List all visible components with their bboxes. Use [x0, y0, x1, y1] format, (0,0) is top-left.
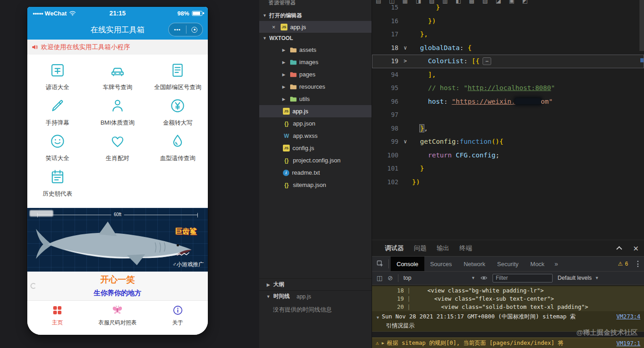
editor-line-100[interactable]: 100 return CFG.config; [372, 149, 644, 162]
editor-line-99[interactable]: 99∨ getConfig:function(){ [372, 135, 644, 149]
editor-line-101[interactable]: 101 } [372, 162, 644, 176]
joke-title-link[interactable]: 生你养你的地方 [27, 289, 208, 298]
tree-item-assets[interactable]: ▶assets [259, 44, 372, 56]
editor-line-17[interactable]: 17 }, [372, 28, 644, 41]
open-editor-item[interactable]: × JS app.js [259, 21, 372, 33]
close-panel-icon[interactable]: × [633, 244, 639, 253]
json-file-icon: {} [283, 120, 290, 127]
target-icon [191, 27, 197, 33]
tree-item-utils[interactable]: ▶utils [259, 93, 372, 105]
exit-minibar-button[interactable] [186, 27, 202, 33]
editor-line-102[interactable]: 102}) [372, 176, 644, 189]
fold-down-icon[interactable]: ∨ [398, 41, 412, 55]
project-section-header[interactable]: ▼ WXTOOL [259, 33, 372, 44]
line-number: 98 [372, 122, 398, 136]
folded-region-badge[interactable]: ⋯ [483, 57, 491, 65]
source-link[interactable]: VM273:4 [612, 313, 640, 320]
wxss-file-icon: W [283, 132, 290, 140]
warning-message: 根据 sitemap 的规则[0], 当前页面 [pages/index/ind… [387, 339, 564, 347]
more-tabs-icon[interactable]: » [550, 260, 562, 267]
tabbar-item-moth[interactable]: 衣服尺码对照表 [87, 305, 147, 335]
tree-item-config.js[interactable]: JSconfig.js [259, 142, 372, 154]
log-levels-selector[interactable]: Default levels ▼ [558, 275, 599, 281]
tabbar-item-info[interactable]: 关于 [148, 305, 208, 335]
code-editor[interactable]: ▤◫▦◨▧▥◧▩▨◪▣◩ 15 }16 })17 },18∨ globalDat… [372, 0, 644, 240]
fold-right-icon[interactable]: > [398, 55, 412, 68]
wechat-capsule[interactable]: ••• [168, 23, 203, 36]
context-selector[interactable]: top ▼ [403, 275, 475, 281]
tree-item-resources[interactable]: ▶resources [259, 81, 372, 93]
collapse-panel-icon[interactable] [616, 246, 622, 252]
chevron-right-icon: ▶ [281, 97, 287, 101]
tool-item-yen[interactable]: 金额转大写 [148, 97, 208, 133]
moth-icon [112, 305, 123, 317]
console-filter-input[interactable] [493, 274, 553, 282]
devtools-tab-mock[interactable]: Mock [524, 257, 550, 271]
open-editors-section[interactable]: ▼ 打开的编辑器 [259, 10, 372, 21]
devtools-tab-security[interactable]: Security [491, 257, 524, 271]
editor-line-96[interactable]: 96 host: "https://weixin.om" [372, 95, 644, 109]
tree-item-sitemap.json[interactable]: {}sitemap.json [259, 179, 372, 191]
warning-counter[interactable]: ⚠ 6 [618, 261, 632, 267]
tree-item-images[interactable]: ▶images [259, 56, 372, 68]
expand-triangle-icon[interactable]: ▼ [377, 314, 379, 322]
tool-item-proverb[interactable]: 谚语大全 [27, 62, 87, 97]
tool-item-smile[interactable]: 笑话大全 [27, 133, 87, 168]
outline-section-header[interactable]: ▶ 大纲 [259, 278, 372, 290]
editor-line-95[interactable]: 95 // host: "http://localhost:8080" [372, 81, 644, 95]
folder-icon [289, 71, 297, 78]
tool-item-heart[interactable]: 生肖配对 [87, 133, 147, 168]
editor-lines[interactable]: 15 }16 })17 },18∨ globalData: {19> Color… [372, 1, 644, 189]
devtools-tab-sources[interactable]: Sources [424, 257, 458, 271]
devtools-tab-network[interactable]: Network [458, 257, 491, 271]
close-editor-icon[interactable]: × [272, 24, 278, 30]
tree-item-readme.txt[interactable]: ireadme.txt [259, 166, 372, 179]
tool-item-drop[interactable]: 血型遗传查询 [148, 133, 208, 168]
devtools-menu-icon[interactable] [632, 261, 644, 267]
clear-console-icon[interactable]: ⊘ [387, 275, 393, 281]
tool-label: 谚语大全 [45, 83, 69, 91]
loading-spinner-icon [30, 283, 36, 289]
editor-line-15[interactable]: 15 } [372, 1, 644, 15]
editor-line-18[interactable]: 18∨ globalData: { [372, 41, 644, 55]
tool-item-person[interactable]: BMI体质查询 [87, 97, 147, 133]
tree-item-pages[interactable]: ▶pages [259, 68, 372, 81]
inspect-element-icon[interactable] [372, 260, 388, 267]
console-sidebar-icon[interactable]: ◫ [377, 275, 382, 281]
tool-item-car[interactable]: 车牌号查询 [87, 62, 147, 97]
fold-down-icon[interactable]: ∨ [398, 135, 412, 149]
more-menu-icon[interactable]: ••• [169, 23, 186, 36]
source-link[interactable]: VM197:1 [612, 340, 640, 347]
tree-item-project.config.json[interactable]: {}project.config.json [259, 154, 372, 166]
editor-line-16[interactable]: 16 }) [372, 15, 644, 28]
tool-item-doc[interactable]: 全国邮编区号查询 [148, 62, 208, 97]
tree-item-app.js[interactable]: JSapp.js [259, 105, 372, 117]
tool-item-book[interactable]: 历史朝代表 [27, 168, 87, 204]
editor-scrollbar[interactable] [639, 0, 644, 51]
editor-line-97[interactable]: 97 [372, 108, 644, 122]
tabbar-item-grid[interactable]: 主页 [27, 305, 87, 335]
editor-line-19[interactable]: 19> ColorList: [{⋯ [372, 55, 644, 68]
tabbar-label: 关于 [172, 319, 183, 327]
timeline-section-header[interactable]: ▼ 时间线 app.js [259, 290, 372, 302]
tree-item-app.json[interactable]: {}app.json [259, 117, 372, 130]
chevron-down-icon: ▼ [266, 294, 271, 299]
devtools-tab-console[interactable]: Console [391, 257, 424, 271]
panel-tab-输出[interactable]: 输出 [437, 244, 449, 252]
eye-icon[interactable] [480, 274, 488, 282]
ad-banner[interactable]: 60ft 巨齿鲨 ♂小游戏推广 [27, 208, 208, 272]
console-line-number: 19 [372, 295, 404, 303]
tree-item-app.wxss[interactable]: Wapp.wxss [259, 130, 372, 142]
tool-item-pen[interactable]: 手持弹幕 [27, 97, 87, 133]
panel-tab-终端[interactable]: 终端 [459, 244, 472, 252]
joke-section: 开心一笑 生你养你的地方 [27, 272, 208, 300]
person-icon [109, 97, 126, 116]
expand-triangle-icon[interactable]: ▶ [382, 341, 384, 345]
tool-label: 车牌号查询 [103, 83, 132, 91]
editor-line-94[interactable]: 94 ], [372, 68, 644, 82]
console-source-code: <view class="flex-sub text-center"> [414, 295, 554, 303]
chevron-down-icon: ▼ [262, 36, 267, 40]
panel-tab-问题[interactable]: 问题 [414, 244, 427, 252]
editor-line-98[interactable]: 98 }, [372, 122, 644, 136]
panel-tab-调试器[interactable]: 调试器 [385, 244, 404, 252]
